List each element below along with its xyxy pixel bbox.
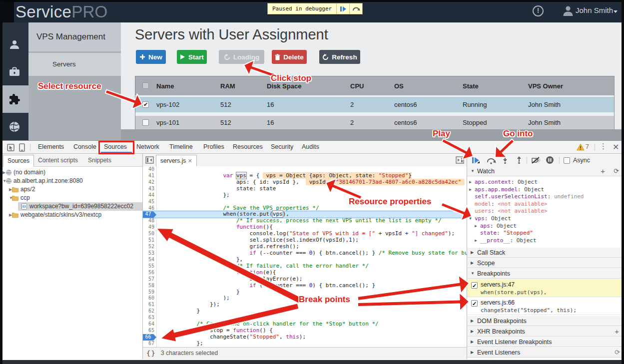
devtools-tab-console[interactable]: Console: [73, 141, 96, 153]
line-number[interactable]: 51: [143, 237, 156, 244]
line-number[interactable]: 50: [143, 231, 156, 237]
navigator-tab-snippets[interactable]: Snippets: [85, 155, 114, 167]
watch-item-aps[interactable]: ▶aps: Object: [467, 223, 624, 230]
user-menu[interactable]: John Smith: [576, 6, 613, 14]
hide-navigator-icon[interactable]: [145, 156, 154, 166]
column-header[interactable]: State: [463, 82, 479, 90]
badge-resume-button[interactable]: [336, 3, 349, 14]
devtools-tab-profiles[interactable]: Profiles: [203, 141, 224, 153]
section-call-stack[interactable]: ▶Call Stack: [467, 248, 624, 258]
sidebar-item-services[interactable]: [0, 58, 28, 85]
select-all-checkbox[interactable]: [142, 82, 149, 89]
devtools-tab-security[interactable]: Security: [271, 141, 293, 153]
watch-item-self.userSelectionList[interactable]: self.userSelectionList: undefined: [467, 193, 624, 201]
breakpoint-checkbox[interactable]: ✓: [471, 300, 478, 307]
line-number[interactable]: 55: [143, 263, 156, 270]
section-watch[interactable]: ▼Watch+⟳: [467, 166, 624, 176]
warning-icon[interactable]: [577, 143, 585, 153]
code-line-62[interactable]: 62 }: [143, 308, 467, 315]
line-number[interactable]: 48: [143, 218, 156, 224]
line-number[interactable]: 52: [143, 244, 156, 250]
line-number[interactable]: 64: [143, 321, 156, 328]
breakpoint-marker-47[interactable]: 47: [143, 211, 156, 218]
devtools-tab-network[interactable]: Network: [136, 141, 159, 153]
sidebar-item-users[interactable]: [0, 30, 28, 58]
line-number[interactable]: 45: [143, 199, 156, 205]
section-scope[interactable]: ▶Scope: [467, 258, 624, 268]
watch-item-aps.context[interactable]: ▶aps.context: Object: [467, 179, 624, 186]
sidebar-item-extensions[interactable]: [0, 85, 28, 113]
section-breakpoints[interactable]: ▼Breakpoints: [467, 269, 624, 279]
line-number[interactable]: 57: [143, 276, 156, 283]
inspect-icon[interactable]: [7, 144, 14, 153]
pretty-print-icon[interactable]: {}: [146, 348, 156, 359]
add-watch-icon[interactable]: +: [601, 166, 605, 176]
line-number[interactable]: 59: [143, 289, 156, 296]
tree-item-ccp[interactable]: ▼ccp: [0, 194, 142, 202]
table-row-vps-101[interactable]: vps-101512162centos6StoppedJohn Smith: [135, 116, 614, 129]
file-tab-close-icon[interactable]: ✕: [188, 158, 192, 164]
breakpoint-checkbox[interactable]: ✓: [471, 282, 478, 289]
line-number[interactable]: 62: [143, 308, 156, 315]
column-header[interactable]: VPS Owner: [528, 82, 563, 90]
line-number[interactable]: 43: [143, 186, 156, 192]
line-number[interactable]: 61: [143, 302, 156, 308]
devtools-tab-timeline[interactable]: Timeline: [169, 141, 193, 153]
devtools-menu-icon[interactable]: ⋮: [600, 142, 607, 151]
line-number[interactable]: 49: [143, 224, 156, 231]
navigator-tab-sources[interactable]: Sources: [3, 155, 34, 167]
refresh-watch-icon[interactable]: ⟳: [614, 166, 619, 176]
step-into-button[interactable]: [502, 156, 509, 166]
column-header[interactable]: Name: [156, 82, 174, 90]
section-event-listener-breakpoints[interactable]: ▶Event Listener Breakpoints: [467, 337, 624, 347]
devtools-tab-elements[interactable]: Elements: [38, 141, 64, 153]
add-icon[interactable]: +: [615, 327, 619, 337]
line-number[interactable]: 40: [143, 166, 156, 173]
table-row-vps-102[interactable]: ✔vps-102512162centos6RunningJohn Smith: [135, 97, 614, 112]
line-number[interactable]: 67: [143, 341, 156, 347]
line-number[interactable]: 41: [143, 173, 156, 179]
section-dom-breakpoints[interactable]: ▶DOM Breakpoints: [467, 316, 624, 326]
breakpoint-entry-servers.js:66[interactable]: ✓servers.js:66changeState("Stopped", thi…: [467, 297, 624, 315]
pause-on-exceptions-icon[interactable]: [546, 156, 554, 166]
tree-item-webgate-static-skins[interactable]: ▶webgate/static/skins/v3/nextcp: [0, 211, 142, 219]
line-number[interactable]: 56: [143, 270, 156, 276]
notification-icon[interactable]: !: [533, 5, 544, 16]
watch-item-state[interactable]: state: "Stopped": [467, 230, 624, 237]
code-line-67[interactable]: 67 };: [143, 341, 467, 347]
tree-item-ab-albert-ap-int-zon[interactable]: ▼ab.albert.ap.int.zone:8080: [0, 177, 142, 185]
nav-item-servers[interactable]: Servers: [28, 53, 121, 76]
new-button[interactable]: New: [136, 50, 166, 64]
line-number[interactable]: 42: [143, 179, 156, 186]
section-event-listeners[interactable]: ▶Event Listeners⟳: [467, 348, 624, 358]
line-number[interactable]: 53: [143, 250, 156, 257]
tree-item-aps-2[interactable]: ▶aps/2: [0, 185, 142, 194]
column-header[interactable]: OS: [394, 82, 404, 90]
loading-button[interactable]: Loading: [219, 50, 264, 64]
column-header[interactable]: RAM: [220, 82, 235, 90]
sidebar-item-globe[interactable]: [0, 113, 28, 140]
tree-item-workspace-bw-id-639e[interactable]: workspace?bw_id=639e9858222ecc02: [0, 202, 142, 211]
section-xhr-breakpoints[interactable]: ▶XHR Breakpoints+: [467, 327, 624, 337]
step-over-button[interactable]: [487, 157, 497, 166]
delete-button[interactable]: Delete: [272, 50, 307, 64]
line-number[interactable]: 63: [143, 315, 156, 321]
file-tab-servers-js[interactable]: servers.js ✕: [156, 155, 197, 167]
watch-item-__proto__[interactable]: ▶__proto__: Object: [467, 237, 624, 245]
line-number[interactable]: 46: [143, 205, 156, 212]
step-out-button[interactable]: [516, 156, 523, 166]
tree-item--no-domain-[interactable]: ▶(no domain): [0, 168, 142, 177]
line-number[interactable]: 44: [143, 192, 156, 199]
breakpoint-marker-66[interactable]: 66: [143, 334, 156, 341]
deactivate-breakpoints-icon[interactable]: [531, 157, 542, 166]
refresh-button[interactable]: Refresh: [319, 50, 360, 64]
device-toolbar-icon[interactable]: [19, 143, 25, 154]
row-checkbox[interactable]: ✔: [142, 101, 149, 108]
resume-button[interactable]: [472, 157, 480, 166]
devtools-tab-audits[interactable]: Audits: [302, 141, 319, 153]
watch-item-users[interactable]: users: <not available>: [467, 208, 624, 215]
watch-item-vps[interactable]: ▼vps: Object: [467, 215, 624, 223]
start-button[interactable]: Start: [177, 50, 207, 64]
refresh-icon[interactable]: ⟳: [615, 348, 620, 358]
async-checkbox[interactable]: [564, 157, 570, 164]
